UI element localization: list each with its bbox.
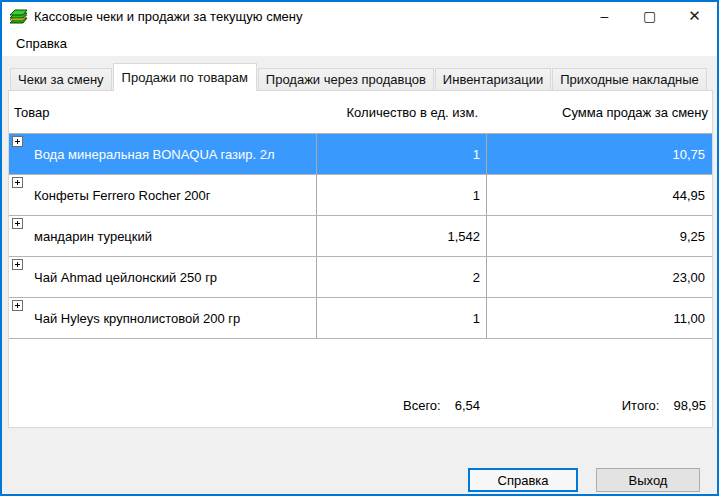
expand-icon[interactable] (12, 136, 23, 147)
help-button[interactable]: Справка (468, 468, 578, 492)
window-title: Кассовые чеки и продажи за текущую смену (34, 9, 303, 24)
product-quantity: 1 (316, 134, 486, 174)
product-quantity: 2 (316, 257, 486, 297)
table-row[interactable]: Чай Hyleys крупнолистовой 200 гр 1 11,00 (9, 297, 712, 338)
grid-rows: Вода минеральная BONAQUA газир. 2л 1 10,… (9, 133, 712, 339)
product-quantity: 1 (316, 175, 486, 215)
tab-inventories[interactable]: Инвентаризации (435, 68, 551, 90)
total-quantity-value: 6,54 (455, 398, 480, 413)
product-name: Конфеты Ferrero Rocher 200г (34, 188, 211, 203)
exit-button[interactable]: Выход (596, 468, 700, 492)
total-quantity-label: Всего: (403, 398, 441, 413)
table-row[interactable]: мандарин турецкий 1,542 9,25 (9, 215, 712, 256)
expand-icon[interactable] (12, 177, 23, 188)
grid-totals: Всего:6,54 Итого:98,95 (9, 398, 712, 414)
product-sum: 11,00 (486, 298, 712, 338)
product-sum: 23,00 (486, 257, 712, 297)
product-name: Вода минеральная BONAQUA газир. 2л (34, 147, 274, 162)
product-name: мандарин турецкий (34, 229, 152, 244)
close-icon[interactable]: ✕ (672, 2, 717, 30)
app-window: Кассовые чеки и продажи за текущую смену… (0, 0, 719, 496)
expand-icon[interactable] (12, 259, 23, 270)
column-header-product: Товар (9, 105, 316, 120)
tab-sales-by-seller[interactable]: Продажи через продавцов (258, 68, 434, 90)
money-icon (9, 9, 29, 24)
product-quantity: 1,542 (316, 216, 486, 256)
tab-incoming-invoices[interactable]: Приходные накладные (552, 68, 706, 90)
table-row[interactable]: Вода минеральная BONAQUA газир. 2л 1 10,… (9, 133, 712, 174)
total-sum-value: 98,95 (673, 398, 706, 413)
sales-by-product-page: Товар Количество в ед. изм. Сумма продаж… (8, 90, 713, 428)
expand-icon[interactable] (12, 300, 23, 311)
column-header-sum: Сумма продаж за смену (486, 105, 712, 120)
total-sum-label: Итого: (622, 398, 660, 413)
product-sum: 9,25 (486, 216, 712, 256)
table-row[interactable]: Чай Ahmad цейлонский 250 гр 2 23,00 (9, 256, 712, 297)
product-name: Чай Hyleys крупнолистовой 200 гр (34, 311, 240, 326)
product-sum: 10,75 (486, 134, 712, 174)
expand-icon[interactable] (12, 218, 23, 229)
minimize-icon[interactable]: – (582, 2, 627, 30)
table-row[interactable]: Конфеты Ferrero Rocher 200г 1 44,95 (9, 174, 712, 215)
tab-sales-by-product[interactable]: Продажи по товарам (113, 63, 257, 91)
tab-receipts[interactable]: Чеки за смену (10, 68, 112, 90)
tab-strip: Чеки за смену Продажи по товарам Продажи… (10, 62, 708, 90)
menu-bar: Справка (2, 30, 717, 56)
menu-item-help[interactable]: Справка (11, 33, 72, 54)
window-controls: – ▢ ✕ (582, 2, 717, 30)
title-bar: Кассовые чеки и продажи за текущую смену… (2, 2, 717, 30)
product-sum: 44,95 (486, 175, 712, 215)
maximize-icon[interactable]: ▢ (627, 2, 672, 30)
grid-header: Товар Количество в ед. изм. Сумма продаж… (9, 91, 712, 133)
product-quantity: 1 (316, 298, 486, 338)
product-name: Чай Ahmad цейлонский 250 гр (34, 270, 217, 285)
column-header-quantity: Количество в ед. изм. (316, 105, 486, 120)
